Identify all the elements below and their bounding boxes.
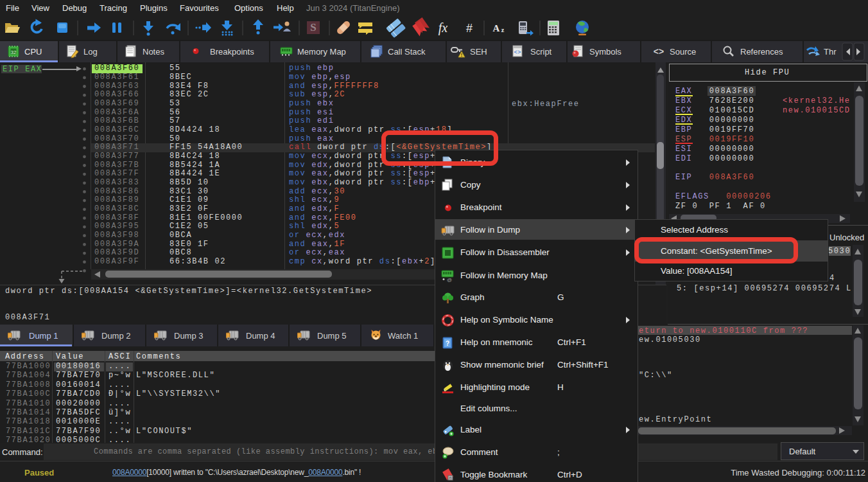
svg-text:<>: <>	[514, 49, 521, 56]
svg-text:@: @	[447, 277, 452, 283]
svg-text:32: 32	[11, 49, 17, 55]
svg-text:fx: fx	[438, 21, 448, 35]
svg-text:A: A	[493, 23, 500, 33]
svg-text:#: #	[466, 22, 473, 35]
svg-text:S: S	[310, 21, 316, 33]
svg-text:<>: <>	[654, 46, 664, 57]
svg-text:?: ?	[446, 340, 449, 347]
svg-text:!: !	[461, 52, 463, 58]
svg-text:n: n	[449, 476, 452, 480]
svg-text:z: z	[501, 26, 505, 33]
